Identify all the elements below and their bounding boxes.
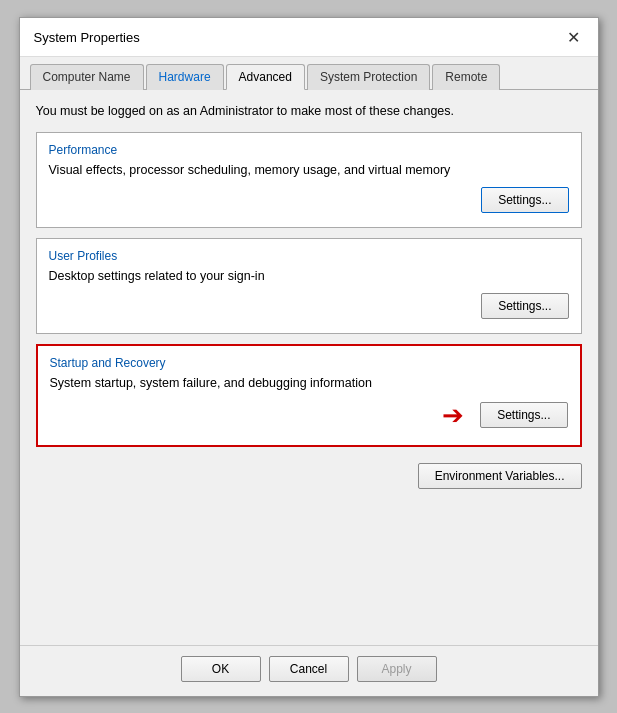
apply-button[interactable]: Apply [357,656,437,682]
tab-hardware[interactable]: Hardware [146,64,224,90]
tab-bar: Computer Name Hardware Advanced System P… [20,57,598,90]
startup-recovery-settings-row: ➔ Settings... [50,400,568,431]
startup-recovery-description: System startup, system failure, and debu… [50,376,568,390]
environment-variables-button[interactable]: Environment Variables... [418,463,582,489]
tab-advanced[interactable]: Advanced [226,64,305,90]
startup-recovery-settings-button[interactable]: Settings... [480,402,567,428]
performance-label: Performance [49,143,569,157]
dialog-footer: OK Cancel Apply [20,645,598,696]
performance-settings-row: Settings... [49,187,569,213]
user-profiles-description: Desktop settings related to your sign-in [49,269,569,283]
tab-system-protection[interactable]: System Protection [307,64,430,90]
window-title: System Properties [34,30,140,45]
environment-variables-row: Environment Variables... [36,463,582,489]
admin-notice: You must be logged on as an Administrato… [36,104,582,118]
title-bar: System Properties ✕ [20,18,598,57]
ok-button[interactable]: OK [181,656,261,682]
tab-content: You must be logged on as an Administrato… [20,90,598,645]
arrow-icon: ➔ [442,400,464,431]
startup-recovery-label: Startup and Recovery [50,356,568,370]
startup-recovery-section: Startup and Recovery System startup, sys… [36,344,582,447]
user-profiles-settings-button[interactable]: Settings... [481,293,568,319]
performance-description: Visual effects, processor scheduling, me… [49,163,569,177]
user-profiles-settings-row: Settings... [49,293,569,319]
cancel-button[interactable]: Cancel [269,656,349,682]
performance-settings-button[interactable]: Settings... [481,187,568,213]
user-profiles-section: User Profiles Desktop settings related t… [36,238,582,334]
performance-section: Performance Visual effects, processor sc… [36,132,582,228]
tab-remote[interactable]: Remote [432,64,500,90]
tab-computer-name[interactable]: Computer Name [30,64,144,90]
close-button[interactable]: ✕ [562,26,586,50]
system-properties-dialog: System Properties ✕ Computer Name Hardwa… [19,17,599,697]
user-profiles-label: User Profiles [49,249,569,263]
